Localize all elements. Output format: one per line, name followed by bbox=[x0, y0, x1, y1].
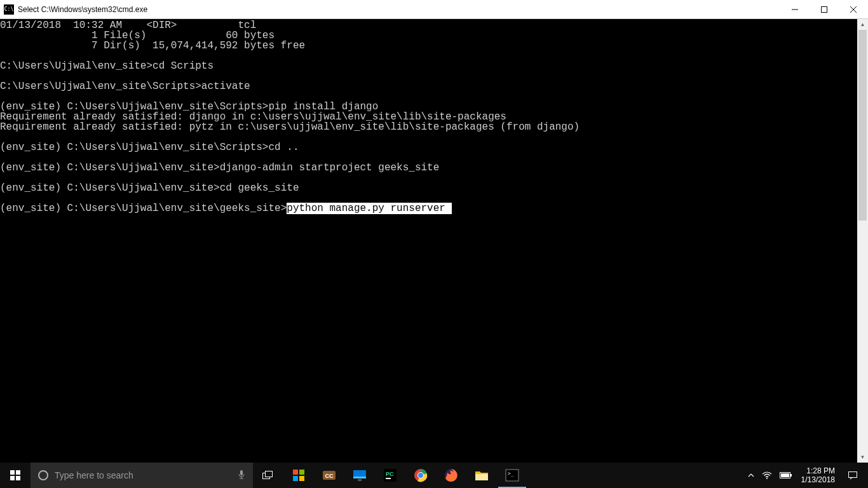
start-button[interactable] bbox=[0, 463, 31, 488]
svg-rect-21 bbox=[358, 479, 362, 481]
taskbar-search[interactable]: Type here to search bbox=[31, 463, 253, 488]
terminal-current-line[interactable]: (env_site) C:\Users\Ujjwal\env_site\geek… bbox=[0, 203, 857, 214]
clock-date: 1/13/2018 bbox=[801, 475, 835, 484]
mic-icon[interactable] bbox=[238, 470, 245, 482]
terminal-line bbox=[0, 173, 857, 183]
svg-rect-29 bbox=[475, 474, 488, 480]
svg-rect-14 bbox=[299, 470, 304, 475]
task-view-button[interactable] bbox=[253, 463, 283, 488]
taskbar-clock[interactable]: 1:28 PM 1/13/2018 bbox=[796, 466, 840, 484]
cmd-window-icon: C:\ bbox=[4, 4, 14, 15]
action-center-button[interactable] bbox=[840, 470, 865, 480]
svg-rect-6 bbox=[10, 476, 15, 480]
cmd-icon[interactable]: >_ bbox=[497, 463, 527, 488]
svg-rect-16 bbox=[299, 476, 304, 481]
svg-rect-8 bbox=[240, 470, 243, 475]
svg-text:PC: PC bbox=[386, 471, 394, 477]
chrome-icon[interactable] bbox=[405, 463, 436, 488]
terminal-line: Requirement already satisfied: pytz in c… bbox=[0, 122, 857, 132]
scroll-down-arrow[interactable]: ▼ bbox=[857, 452, 868, 463]
svg-point-27 bbox=[418, 473, 423, 478]
svg-rect-34 bbox=[790, 474, 792, 477]
maximize-button[interactable] bbox=[810, 0, 839, 18]
scroll-thumb[interactable] bbox=[858, 30, 867, 220]
svg-text:>_: >_ bbox=[508, 471, 514, 477]
close-button[interactable] bbox=[839, 0, 868, 18]
window-title: Select C:\Windows\system32\cmd.exe bbox=[18, 5, 780, 14]
svg-rect-36 bbox=[849, 472, 857, 478]
clock-time: 1:28 PM bbox=[801, 466, 835, 475]
svg-rect-20 bbox=[353, 477, 366, 478]
terminal-line bbox=[0, 71, 857, 81]
terminal-line bbox=[0, 51, 857, 61]
terminal-line: (env_site) C:\Users\Ujjwal\env_site\Scri… bbox=[0, 102, 857, 112]
scroll-up-arrow[interactable]: ▲ bbox=[857, 19, 868, 30]
terminal-prompt: (env_site) C:\Users\Ujjwal\env_site\geek… bbox=[0, 203, 287, 214]
terminal-line: (env_site) C:\Users\Ujjwal\env_site>djan… bbox=[0, 163, 857, 173]
explorer-desktop-icon[interactable] bbox=[344, 463, 375, 488]
svg-rect-4 bbox=[10, 470, 15, 475]
terminal-line: 01/13/2018 10:32 AM <DIR> tcl bbox=[0, 20, 857, 30]
taskbar: Type here to search CCPC>_ 1:28 PM 1/13/… bbox=[0, 463, 868, 488]
terminal-line bbox=[0, 92, 857, 102]
terminal-line bbox=[0, 193, 857, 203]
svg-rect-35 bbox=[781, 473, 789, 477]
window-controls bbox=[780, 0, 868, 18]
terminal-line bbox=[0, 152, 857, 163]
terminal-line: (env_site) C:\Users\Ujjwal\env_site\Scri… bbox=[0, 142, 857, 152]
terminal-output[interactable]: 01/13/2018 10:32 AM <DIR> tcl 1 File(s) … bbox=[0, 19, 857, 463]
terminal-line: Requirement already satisfied: django in… bbox=[0, 112, 857, 122]
svg-rect-15 bbox=[293, 476, 298, 481]
terminal-selected-text: python manage.py runserver bbox=[287, 203, 445, 214]
terminal-line: C:\Users\Ujjwal\env_site>cd Scripts bbox=[0, 61, 857, 71]
terminal-line: (env_site) C:\Users\Ujjwal\env_site>cd g… bbox=[0, 183, 857, 193]
search-icon bbox=[38, 470, 48, 480]
terminal-line: 7 Dir(s) 15,074,414,592 bytes free bbox=[0, 41, 857, 51]
svg-point-32 bbox=[766, 478, 768, 479]
svg-rect-1 bbox=[822, 6, 827, 12]
firefox-icon[interactable] bbox=[436, 463, 466, 488]
wifi-icon[interactable] bbox=[758, 463, 776, 488]
vertical-scrollbar[interactable]: ▲ ▼ bbox=[857, 19, 868, 463]
terminal-line: C:\Users\Ujjwal\env_site\Scripts>activat… bbox=[0, 81, 857, 92]
search-placeholder: Type here to search bbox=[55, 470, 231, 480]
scroll-track[interactable] bbox=[857, 30, 868, 452]
battery-icon[interactable] bbox=[776, 463, 796, 488]
terminal-cursor bbox=[445, 203, 452, 214]
svg-rect-24 bbox=[386, 478, 391, 479]
captions-icon[interactable]: CC bbox=[314, 463, 344, 488]
pycharm-icon[interactable]: PC bbox=[375, 463, 405, 488]
svg-text:CC: CC bbox=[325, 473, 334, 479]
window-titlebar[interactable]: C:\ Select C:\Windows\system32\cmd.exe bbox=[0, 0, 868, 19]
file-explorer-icon[interactable] bbox=[466, 463, 497, 488]
tray-overflow-chevron[interactable] bbox=[744, 463, 758, 488]
microsoft-store-icon[interactable] bbox=[283, 463, 314, 488]
svg-rect-7 bbox=[16, 476, 20, 480]
svg-rect-5 bbox=[16, 470, 20, 475]
terminal-line bbox=[0, 132, 857, 142]
svg-rect-12 bbox=[266, 471, 273, 477]
svg-rect-13 bbox=[293, 470, 298, 475]
terminal-line: 1 File(s) 60 bytes bbox=[0, 30, 857, 41]
minimize-button[interactable] bbox=[780, 0, 810, 18]
system-tray: 1:28 PM 1/13/2018 bbox=[744, 463, 868, 488]
terminal-area[interactable]: 01/13/2018 10:32 AM <DIR> tcl 1 File(s) … bbox=[0, 19, 868, 463]
